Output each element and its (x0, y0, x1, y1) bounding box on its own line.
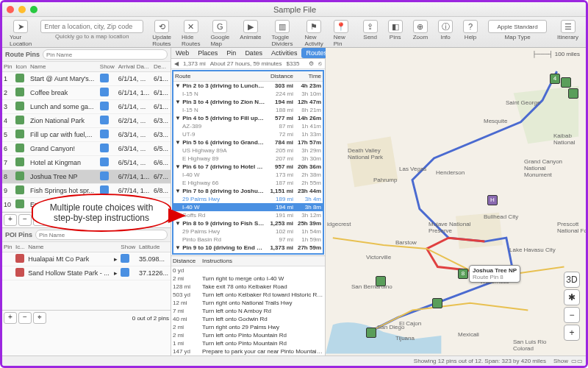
add-pin-button[interactable]: + (4, 214, 17, 226)
route-option[interactable]: Borrego Salton Sea Way120 mi2h 20m (173, 252, 323, 255)
route-option[interactable]: UT-972 mi1h 33m (173, 130, 323, 138)
table-row[interactable]: 6Grand Canyon!6/3/14, ...6/5... (2, 142, 171, 156)
map-pin[interactable] (568, 88, 578, 99)
map-label: Bullhead City (484, 213, 518, 220)
route-option[interactable]: E Highway 66187 mi2h 55m (173, 179, 323, 187)
instruction-row[interactable]: 503 ydTurn left onto Kelbaker Rd toward … (171, 291, 325, 299)
route-option[interactable]: 29 Palms Hwy189 mi3h 4m (173, 195, 323, 203)
instruction-row[interactable]: 2 miTurn right to merge onto I-40 W (171, 275, 325, 283)
route-segment[interactable]: ▼ Pin 5 to 6 (driving to Grand Canyon!)7… (173, 138, 323, 146)
route-segment[interactable]: ▼ Pin 2 to 3 (driving to Lunch and some … (173, 82, 323, 90)
route-pins-filter[interactable] (43, 49, 168, 60)
route-option[interactable]: I-40 W194 mi3h 8m (173, 203, 323, 211)
table-row[interactable]: Sand Hollow State Park - ...▸37.1226... (2, 266, 171, 280)
itinerary-button[interactable]: ☰Itinerary (553, 18, 583, 42)
route-option[interactable]: 29 Palms Hwy102 mi1h 54m (173, 227, 323, 236)
map-pin[interactable] (432, 298, 442, 308)
info-button[interactable]: ⓘInfo (434, 18, 457, 42)
poi-table[interactable]: PinIc... NameShow Latitude Hualapai Mt C… (2, 242, 171, 280)
route-pins-table[interactable]: PinIcon NameShow Arrival Da...De... 1Sta… (2, 62, 171, 212)
remove-poi-button[interactable]: − (18, 312, 32, 324)
routes-list[interactable]: Route Distance Time ▼ Pin 2 to 3 (drivin… (172, 70, 324, 255)
map-minus-button[interactable]: − (564, 307, 580, 323)
toggle-dividers-button[interactable]: ▥Toggle Dividers (268, 18, 298, 49)
update-routes-button[interactable]: ⟲Update Routes (148, 18, 176, 49)
route-option[interactable]: I-15 N224 mi3h 10m (173, 90, 323, 98)
map-pin-selected[interactable]: 8 (458, 269, 468, 279)
map-type-select[interactable]: Apple StandardMap Type (484, 18, 551, 42)
route-option[interactable]: I-40 W173 mi2h 38m (173, 171, 323, 179)
tab-dates[interactable]: Dates (240, 48, 267, 58)
help-button[interactable]: ?Help (459, 18, 482, 42)
table-row[interactable]: Hualapai Mt Co Park▸35.098... (2, 252, 171, 266)
tab-web[interactable]: Web (171, 48, 193, 58)
route-option[interactable]: AZ-38987 mi1h 41m (173, 122, 323, 130)
location-search[interactable]: Quickly go to a map location (40, 20, 143, 40)
tab-activities[interactable]: Activities (267, 48, 302, 58)
map-pin[interactable]: 4 (550, 74, 560, 84)
route-option[interactable]: Goffs Rd191 mi3h 12m (173, 211, 323, 219)
instruction-row[interactable]: 40 miTurn left onto Godwin Rd (171, 315, 325, 323)
map-plus-button[interactable]: + (564, 325, 580, 341)
map-controls[interactable]: 3D ✱ − + (564, 272, 580, 341)
send-button[interactable]: ⇪Send (359, 18, 382, 42)
map-pin[interactable] (561, 77, 571, 88)
table-row[interactable]: 4Zion National Park6/2/14, ...6/3... (2, 114, 171, 128)
map-3d-button[interactable]: 3D (564, 272, 580, 288)
route-segment[interactable]: ▼ Pin 4 to 5 (driving to Fill up car wit… (173, 114, 323, 122)
add-poi-button[interactable]: + (4, 312, 17, 324)
columns-icon: ▥ (275, 20, 290, 33)
map-pin[interactable] (366, 328, 376, 338)
map-pin[interactable] (376, 276, 386, 286)
table-row[interactable]: 7Hotel at Kingman6/5/14, ...6/6... (2, 156, 171, 170)
tab-places[interactable]: Places (193, 48, 222, 58)
show-toggle[interactable]: Show (553, 358, 568, 364)
instruction-row[interactable]: 2 miTurn left onto Pinto Mountain Rd (171, 331, 325, 339)
instruction-row[interactable]: 2 miTurn right onto 29 Palms Hwy (171, 323, 325, 331)
remove-pin-button[interactable]: − (18, 214, 32, 226)
table-row[interactable]: 5Fill up car with fuel,...6/3/14, ...6/3… (2, 128, 171, 142)
close-icon[interactable] (7, 6, 14, 13)
your-location-button[interactable]: ➤Your Location (5, 18, 36, 49)
instructions-list[interactable]: 0 yd2 miTurn right to merge onto I-40 W1… (171, 266, 325, 355)
route-option[interactable]: Pinto Basin Rd97 mi1h 59m (173, 236, 323, 244)
hide-routes-button[interactable]: ✕Hide Routes (177, 18, 204, 49)
route-segment[interactable]: ▼ Pin 3 to 4 (driving to Zion National P… (173, 98, 323, 106)
route-segment[interactable]: ▼ Pin 6 to 7 (driving to Hotel at Kingma… (173, 163, 323, 171)
new-activity-button[interactable]: ⚑New Activity (300, 18, 327, 49)
route-segment[interactable]: ▼ Pin 9 to 10 (driving to End @ home)1,3… (173, 244, 323, 252)
map-pin-hotel[interactable]: H (487, 195, 498, 205)
pins-button[interactable]: ◧Pins (384, 18, 407, 42)
instruction-row[interactable]: 128 miTake exit 78 onto Kelbaker Road (171, 283, 325, 291)
route-segment[interactable]: ▼ Pin 8 to 9 (driving to Fish Springs ho… (173, 219, 323, 227)
map-view[interactable]: ├───┤ 100 miles Las Vegas Henderson Sain… (326, 48, 586, 355)
instruction-row[interactable]: 0 yd (171, 266, 325, 275)
route-option[interactable]: I-15 N188 mi8h 21m (173, 106, 323, 114)
instruction-row[interactable]: 7 miTurn left onto N Amboy Rd (171, 307, 325, 315)
new-pin-button[interactable]: 📍New Pin (329, 18, 353, 49)
zoom-icon[interactable] (30, 6, 37, 13)
table-row[interactable]: 2Coffee break6/1/14, 1...6/1... (2, 86, 171, 100)
table-row[interactable]: 1Start @ Aunt Mary's...6/1/14, ...6/1... (2, 72, 171, 86)
instruction-row[interactable]: 12 miTurn right onto National Trails Hwy (171, 299, 325, 307)
tabs[interactable]: WebPlacesPinDatesActivitiesRoutes (171, 48, 325, 59)
map-label: Las Vegas (399, 166, 426, 172)
route-segment[interactable]: ▼ Pin 7 to 8 (driving to Joshua Tree NP)… (173, 187, 323, 195)
search-input[interactable] (40, 20, 143, 33)
google-map-button[interactable]: GGoogle Map (206, 18, 234, 49)
table-row[interactable]: 8Joshua Tree NP6/7/14, 1...6/7... (2, 170, 171, 184)
poi-compass-icon[interactable]: ⌖ (33, 312, 46, 324)
minimize-icon[interactable] (18, 6, 26, 13)
map-compass-button[interactable]: ✱ (564, 289, 580, 305)
magnify-icon: ⊕ (413, 20, 428, 33)
instruction-row[interactable]: 1 miTurn left onto Pinto Mountain Rd (171, 339, 325, 347)
table-row[interactable]: 3Lunch and some ga...6/1/14, ...6/1... (2, 100, 171, 114)
route-option[interactable]: E Highway 89207 mi3h 30m (173, 155, 323, 163)
instruction-row[interactable]: 147 ydPrepare to park your car near Pint… (171, 347, 325, 355)
tab-pin[interactable]: Pin (222, 48, 240, 58)
animate-button[interactable]: ▶Animate (235, 18, 265, 42)
window-controls[interactable] (7, 6, 37, 13)
map-callout[interactable]: Joshua Tree NP Route Pin 8 (469, 265, 520, 283)
zoom-button[interactable]: ⊕Zoom (409, 18, 432, 42)
route-option[interactable]: US Highway 89A205 mi3h 29m (173, 146, 323, 155)
